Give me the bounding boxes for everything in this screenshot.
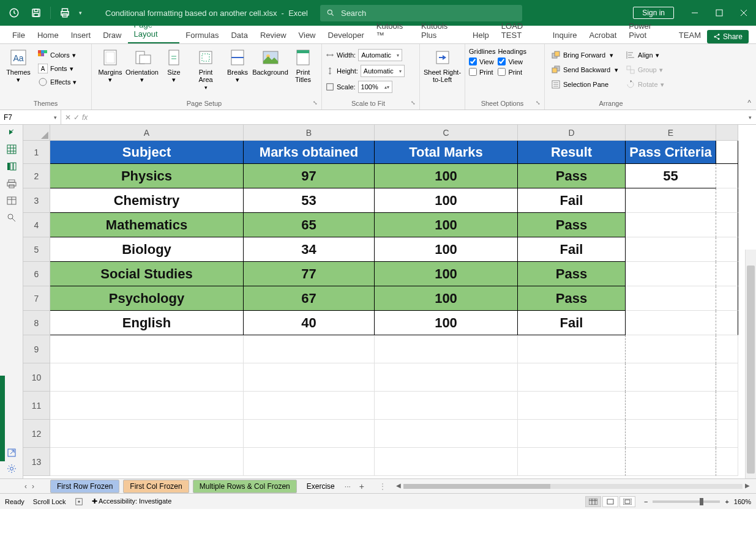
- cell[interactable]: [626, 420, 716, 448]
- align-button[interactable]: Align ▾: [623, 49, 666, 61]
- fx-icon[interactable]: fx: [82, 113, 88, 122]
- tab-view[interactable]: View: [293, 27, 322, 43]
- cell[interactable]: [375, 363, 518, 392]
- sheet-more-icon[interactable]: ···: [345, 482, 351, 491]
- cell[interactable]: Total Marks: [375, 141, 518, 164]
- cell[interactable]: [716, 448, 738, 476]
- cell[interactable]: [716, 311, 738, 335]
- cell[interactable]: [244, 392, 375, 420]
- cell[interactable]: [626, 392, 716, 420]
- cell[interactable]: 100: [375, 311, 518, 335]
- cell[interactable]: [716, 164, 738, 188]
- tab-load-test[interactable]: LOAD TEST: [495, 18, 547, 43]
- panel-table-icon[interactable]: [7, 196, 17, 206]
- cell[interactable]: [626, 335, 716, 363]
- cell[interactable]: 77: [244, 262, 375, 286]
- fonts-button[interactable]: AFonts ▾: [36, 62, 79, 75]
- cell[interactable]: [716, 363, 738, 392]
- cell[interactable]: [716, 213, 738, 237]
- tab-kutools-plus[interactable]: Kutools Plus: [415, 18, 466, 43]
- panel-grid-icon[interactable]: [7, 144, 17, 154]
- col-head-c[interactable]: C: [375, 125, 518, 141]
- cell[interactable]: [716, 188, 738, 213]
- row-head[interactable]: 9: [23, 335, 50, 363]
- scale-launcher[interactable]: ⤡: [411, 100, 416, 106]
- cell[interactable]: [375, 420, 518, 448]
- headings-print-check[interactable]: Print: [498, 68, 526, 76]
- background-button[interactable]: Background: [255, 46, 286, 77]
- view-page-break-button[interactable]: [619, 496, 635, 507]
- cell[interactable]: [518, 448, 626, 476]
- cell[interactable]: [626, 448, 716, 476]
- cell[interactable]: [716, 420, 738, 448]
- tab-insert[interactable]: Insert: [65, 27, 97, 43]
- cell[interactable]: [626, 188, 716, 213]
- cell[interactable]: [626, 363, 716, 392]
- minimize-button[interactable]: [683, 0, 707, 26]
- accessibility-status[interactable]: ✚ Accessibility: Investigate: [92, 497, 172, 505]
- cell[interactable]: [244, 363, 375, 392]
- tab-draw[interactable]: Draw: [97, 27, 127, 43]
- tab-formulas[interactable]: Formulas: [179, 27, 225, 43]
- cell[interactable]: [626, 311, 716, 335]
- cell[interactable]: [244, 448, 375, 476]
- cell[interactable]: 67: [244, 286, 375, 311]
- sheet-tab-first-row[interactable]: First Row Frozen: [50, 480, 119, 493]
- cell[interactable]: Fail: [518, 311, 626, 335]
- orientation-button[interactable]: Orientation▾: [127, 46, 157, 84]
- cell[interactable]: [716, 335, 738, 363]
- headings-view-check[interactable]: View: [498, 58, 526, 65]
- row-head[interactable]: 5: [23, 237, 50, 262]
- macro-record-icon[interactable]: [75, 497, 83, 506]
- cell[interactable]: [244, 420, 375, 448]
- cell[interactable]: Pass: [518, 213, 626, 237]
- cell[interactable]: 97: [244, 164, 375, 188]
- cell[interactable]: [626, 237, 716, 262]
- quickprint-icon[interactable]: [57, 4, 73, 21]
- cell[interactable]: 100: [375, 164, 518, 188]
- breaks-button[interactable]: Breaks▾: [223, 46, 252, 84]
- col-head-a[interactable]: A: [50, 125, 244, 141]
- tab-developer[interactable]: Developer: [322, 27, 370, 43]
- cell[interactable]: 100: [375, 262, 518, 286]
- cell[interactable]: 100: [375, 188, 518, 213]
- add-sheet-button[interactable]: +: [354, 481, 369, 491]
- select-all-corner[interactable]: [23, 125, 50, 141]
- close-button[interactable]: [732, 0, 756, 26]
- col-head-e[interactable]: E: [626, 125, 716, 141]
- height-input[interactable]: Automatic▾: [361, 65, 405, 77]
- expand-formula-bar-icon[interactable]: ▾: [744, 110, 756, 124]
- row-head[interactable]: 10: [23, 363, 50, 392]
- page-setup-launcher[interactable]: ⤡: [313, 100, 318, 106]
- zoom-out-button[interactable]: −: [644, 498, 648, 505]
- bring-forward-button[interactable]: Bring Forward ▾: [548, 49, 621, 61]
- cell[interactable]: [716, 392, 738, 420]
- row-head[interactable]: 2: [23, 164, 50, 188]
- cell[interactable]: Marks obtained: [244, 141, 375, 164]
- zoom-in-button[interactable]: +: [725, 498, 728, 505]
- row-head[interactable]: 6: [23, 262, 50, 286]
- cell[interactable]: 100: [375, 237, 518, 262]
- tab-data[interactable]: Data: [225, 27, 253, 43]
- tab-help[interactable]: Help: [466, 27, 495, 43]
- cell[interactable]: 40: [244, 311, 375, 335]
- cell[interactable]: [50, 363, 244, 392]
- gridlines-print-check[interactable]: Print: [469, 68, 495, 76]
- cell[interactable]: [626, 213, 716, 237]
- cell[interactable]: [518, 392, 626, 420]
- cell[interactable]: Pass Criteria: [626, 141, 716, 164]
- cell[interactable]: [626, 262, 716, 286]
- panel-settings-icon[interactable]: [7, 464, 17, 474]
- maximize-button[interactable]: [707, 0, 732, 26]
- panel-print-icon[interactable]: [7, 179, 17, 188]
- cell[interactable]: Result: [518, 141, 626, 164]
- autosave-icon[interactable]: [6, 4, 22, 21]
- panel-expand-icon[interactable]: [7, 127, 17, 137]
- cell[interactable]: [375, 335, 518, 363]
- zoom-level[interactable]: 160%: [734, 498, 751, 505]
- cell[interactable]: [716, 262, 738, 286]
- cell[interactable]: Physics: [50, 164, 244, 188]
- row-head[interactable]: 1: [23, 141, 50, 164]
- row-head[interactable]: 7: [23, 286, 50, 311]
- col-head-f[interactable]: [716, 125, 738, 141]
